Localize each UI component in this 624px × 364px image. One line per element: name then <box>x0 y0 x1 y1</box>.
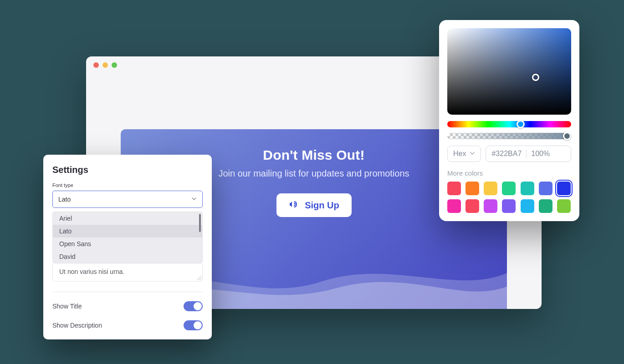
more-colors-label: More colors <box>447 169 571 177</box>
hue-slider-thumb[interactable] <box>517 120 525 128</box>
show-description-row: Show Description <box>43 316 212 335</box>
swatch-9[interactable] <box>484 199 497 213</box>
window-maximize-icon[interactable] <box>112 62 117 68</box>
settings-panel: Settings Font type Lato Ariel Lato Open … <box>43 155 212 339</box>
hue-slider[interactable] <box>447 121 571 127</box>
swatch-0[interactable] <box>447 182 461 195</box>
saturation-cursor[interactable] <box>532 74 539 81</box>
hex-value-text: #322BA7 <box>491 150 522 158</box>
chevron-down-icon <box>470 150 475 158</box>
swatch-5[interactable] <box>539 182 552 195</box>
font-type-dropdown: Ariel Lato Open Sans David <box>52 212 203 263</box>
swatch-7[interactable] <box>447 199 461 213</box>
color-picker-panel: Hex #322BA7 100% More colors <box>439 20 579 221</box>
show-title-label: Show Title <box>52 303 82 310</box>
window-minimize-icon[interactable] <box>102 62 108 68</box>
color-value-input[interactable]: #322BA7 100% <box>486 146 571 162</box>
dropdown-scrollbar[interactable] <box>199 214 201 232</box>
show-title-row: Show Title <box>43 297 212 316</box>
font-type-label: Font type <box>43 180 212 191</box>
megaphone-icon <box>288 199 299 212</box>
swatch-12[interactable] <box>539 199 552 213</box>
show-description-label: Show Description <box>52 322 102 329</box>
color-format-label: Hex <box>453 150 466 158</box>
swatch-1[interactable] <box>465 182 479 195</box>
opacity-value-text: 100% <box>531 150 550 158</box>
resize-handle-icon[interactable] <box>197 276 201 280</box>
swatch-11[interactable] <box>521 199 534 213</box>
alpha-slider-thumb[interactable] <box>563 132 571 140</box>
window-close-icon[interactable] <box>93 62 99 68</box>
font-type-selected-value: Lato <box>58 196 71 203</box>
font-type-select[interactable]: Lato <box>52 191 203 208</box>
settings-title: Settings <box>43 155 212 180</box>
signup-button[interactable]: Sign Up <box>276 193 352 217</box>
divider <box>52 292 203 292</box>
font-option-lato[interactable]: Lato <box>53 225 202 238</box>
swatch-10[interactable] <box>502 199 516 213</box>
swatch-4[interactable] <box>521 182 534 195</box>
chevron-down-icon <box>191 196 197 203</box>
value-separator <box>526 150 527 158</box>
show-description-toggle[interactable] <box>184 320 203 330</box>
description-textarea[interactable]: Ut non varius nisi urna. <box>52 263 203 282</box>
color-format-select[interactable]: Hex <box>447 146 481 162</box>
color-swatches <box>447 182 571 213</box>
signup-button-label: Sign Up <box>305 200 339 211</box>
swatch-13[interactable] <box>557 199 571 213</box>
font-option-ariel[interactable]: Ariel <box>53 212 202 225</box>
swatch-3[interactable] <box>502 182 516 195</box>
swatch-8[interactable] <box>465 199 479 213</box>
alpha-slider[interactable] <box>447 133 571 139</box>
swatch-6[interactable] <box>557 182 571 195</box>
show-title-toggle[interactable] <box>184 301 203 311</box>
font-option-open-sans[interactable]: Open Sans <box>53 238 202 250</box>
swatch-2[interactable] <box>484 182 497 195</box>
font-option-david[interactable]: David <box>53 250 202 263</box>
saturation-field[interactable] <box>447 28 571 115</box>
textarea-content: Ut non varius nisi urna. <box>59 268 124 275</box>
